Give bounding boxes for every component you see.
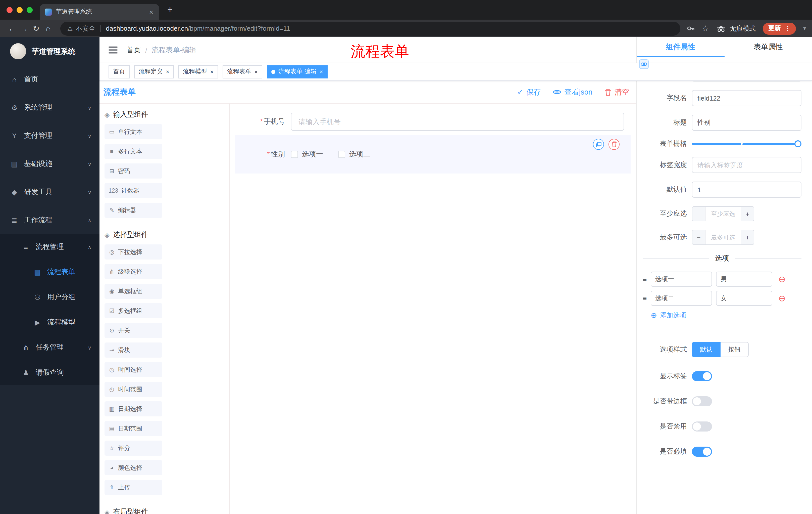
security-label[interactable]: 不安全 [76,24,95,33]
workflow-icon: ≣ [10,216,19,224]
new-tab-button[interactable]: + [167,4,173,15]
sidebar-item-devtools[interactable]: ◆ 研发工具 ∨ [0,178,99,206]
drag-handle-icon[interactable]: ≡ [643,294,647,302]
default-value-input[interactable] [692,182,802,198]
tag-process-form[interactable]: 流程表单× [223,65,262,78]
tab-component-props[interactable]: 组件属性 [637,37,724,57]
grid-slider[interactable] [692,143,798,145]
option-label-input[interactable] [651,291,712,306]
close-icon[interactable]: × [320,68,323,75]
checkbox-icon[interactable] [291,151,298,158]
gender-checkbox-option[interactable]: 选项一 [291,150,323,159]
tag-process-definition[interactable]: 流程定义× [134,65,174,78]
style-default-button[interactable]: 默认 [692,342,721,357]
slider-handle[interactable] [794,140,802,147]
sidebar-item-process-management[interactable]: ≡ 流程管理 ∧ [0,234,99,260]
sidebar-item-home[interactable]: ⌂ 首页 [0,65,99,93]
palette-component[interactable]: 123 计数器 [105,183,162,198]
palette-component[interactable]: ✎ 编辑器 [105,203,162,218]
copy-component-button[interactable] [593,139,604,150]
minus-icon[interactable]: − [692,231,705,244]
view-json-button[interactable]: 查看json [553,87,592,97]
window-minimize-button[interactable] [17,7,23,13]
password-key-icon[interactable] [686,24,695,33]
palette-component[interactable]: ◎ 下拉选择 [105,244,162,260]
plus-icon[interactable]: + [741,207,754,221]
sidebar-item-leave-query[interactable]: ♟ 请假查询 [0,360,99,385]
palette-component[interactable]: ⊸ 滑块 [105,343,162,358]
remove-option-icon[interactable]: ⊖ [778,294,786,302]
browser-tab[interactable]: 芋道管理系统 × [40,4,159,20]
palette-component[interactable]: ▤ 日期范围 [105,421,162,436]
forward-icon[interactable]: → [18,24,30,33]
toggle-switch[interactable] [692,422,712,432]
palette-component[interactable]: ◴ 时间范围 [105,382,162,397]
back-icon[interactable]: ← [6,24,18,33]
remove-option-icon[interactable]: ⊖ [778,275,786,283]
tag-process-form-edit[interactable]: 流程表单-编辑× [267,65,328,78]
toggle-switch[interactable] [692,371,712,381]
breadcrumb-home[interactable]: 首页 [127,46,141,55]
tab-form-props[interactable]: 表单属性 [724,37,812,57]
phone-input[interactable] [291,113,624,131]
switch-label: 是否带边框 [643,397,687,406]
palette-component[interactable]: ⇧ 上传 [105,480,162,495]
phone-field-row[interactable]: *手机号 [235,113,636,131]
sidebar-item-system[interactable]: ⚙ 系统管理 ∨ [0,93,99,122]
sidebar-item-task-management[interactable]: ⋔ 任务管理 ∨ [0,335,99,360]
close-icon[interactable]: × [210,68,213,75]
palette-component[interactable]: ◷ 时间选择 [105,362,162,377]
drag-handle-icon[interactable]: ≡ [643,275,647,283]
sidebar-item-workflow[interactable]: ≣ 工作流程 ∧ [0,206,99,234]
palette-component[interactable]: ▥ 日期选择 [105,401,162,416]
palette-component[interactable]: ≡ 多行文本 [105,144,162,159]
option-value-input[interactable] [716,272,772,287]
tag-home[interactable]: 首页 [109,65,129,78]
chevron-down-icon[interactable]: ▾ [803,25,806,32]
title-input[interactable] [692,115,802,131]
plus-icon[interactable]: + [741,231,754,244]
window-close-button[interactable] [6,7,12,13]
toggle-switch[interactable] [692,447,712,457]
toggle-switch[interactable] [692,396,712,406]
option-label-input[interactable] [651,272,712,287]
delete-component-button[interactable] [609,139,619,150]
add-option-button[interactable]: ⊕ 添加选项 [651,311,802,320]
palette-component[interactable]: ⊟ 密码 [105,163,162,179]
style-button-button[interactable]: 按钮 [721,342,749,357]
close-icon[interactable]: × [166,68,169,75]
clear-button[interactable]: 清空 [605,87,629,97]
tab-close-icon[interactable]: × [148,8,154,16]
minus-icon[interactable]: − [692,207,705,221]
option-value-input[interactable] [716,291,772,306]
bookmark-star-icon[interactable]: ☆ [702,24,709,33]
tag-process-model[interactable]: 流程模型× [178,65,218,78]
palette-component[interactable]: ▭ 单行文本 [105,124,162,139]
sidebar-item-process-model[interactable]: ▶ 流程模型 [0,310,99,335]
sidebar-item-user-group[interactable]: ⚇ 用户分组 [0,285,99,310]
field-name-input[interactable] [692,90,802,106]
hamburger-icon[interactable] [109,46,118,54]
window-zoom-button[interactable] [27,7,33,13]
sidebar-item-infrastructure[interactable]: ▤ 基础设施 ∨ [0,150,99,178]
palette-component[interactable]: ☑ 多选框组 [105,303,162,318]
link-icon[interactable] [639,59,649,69]
palette-component[interactable]: ◕ 颜色选择 [105,460,162,475]
palette-component[interactable]: ⋔ 级联选择 [105,264,162,279]
reload-icon[interactable]: ↻ [30,24,42,33]
sidebar-item-payment[interactable]: ¥ 支付管理 ∨ [0,122,99,150]
palette-component[interactable]: ☆ 评分 [105,440,162,456]
palette-component[interactable]: ◉ 单选框组 [105,283,162,299]
palette-component[interactable]: ⊙ 开关 [105,323,162,338]
address-bar[interactable]: ⚠ 不安全 dashboard.yudao.iocoder.cn/bpm/man… [60,21,680,35]
home-icon[interactable]: ⌂ [42,24,54,33]
browser-menu-dots-icon[interactable]: ⋮ [784,25,791,32]
update-button[interactable]: 更新 ⋮ [763,22,796,34]
checkbox-icon[interactable] [338,151,345,158]
sidebar-item-process-form[interactable]: ▤ 流程表单 [0,260,99,285]
gender-checkbox-option[interactable]: 选项二 [338,150,370,159]
close-icon[interactable]: × [254,68,258,75]
label-width-input[interactable] [692,157,802,173]
gender-field-selected[interactable]: *性别 选项一 选项二 [235,135,631,173]
save-button[interactable]: ✓ 保存 [517,87,541,97]
